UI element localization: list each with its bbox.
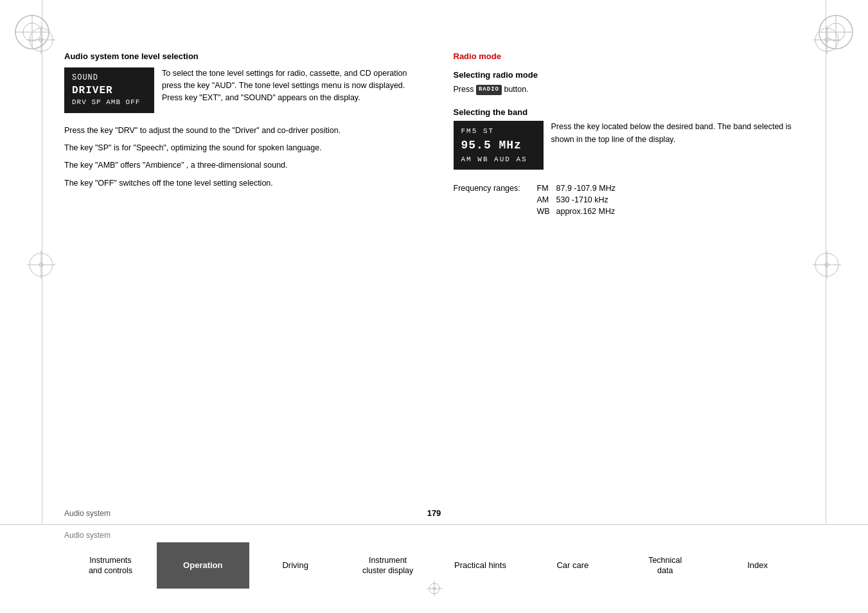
- freq-band-wb: WB: [537, 207, 556, 216]
- body-para-2: The key "SP" is for "Speech", optimizing…: [64, 142, 415, 154]
- band-display-block: FM5 ST 95.5 MHz AM WB AUD AS Press the k…: [454, 121, 804, 176]
- left-intro-block: SOUND DRIVER DRV SP AMB OFF To select th…: [64, 67, 415, 118]
- page-content: Audio system tone level selection SOUND …: [64, 39, 804, 523]
- nav-top-line: [0, 524, 868, 525]
- reg-mark-bottom-center: [427, 581, 442, 596]
- tab-index[interactable]: Index: [711, 542, 804, 589]
- corner-circle-top-right: [817, 13, 855, 51]
- freq-row-fm: FM 87.9 -107.9 MHz: [537, 184, 616, 193]
- band-description: Press the key located below the desired …: [551, 121, 804, 146]
- right-border-line: [826, 0, 826, 613]
- corner-circle-top-left: [13, 13, 51, 51]
- freq-label: Frequency ranges:: [454, 184, 537, 193]
- frequency-table: Frequency ranges: FM 87.9 -107.9 MHz AM …: [454, 184, 804, 218]
- right-section-title: Radio mode: [454, 51, 804, 61]
- body-para-3: The key "AMB" offers "Ambience" , a thre…: [64, 159, 415, 172]
- fm-display: FM5 ST 95.5 MHz AM WB AUD AS: [454, 121, 544, 176]
- freq-band-fm: FM: [537, 184, 556, 193]
- radio-badge: RADIO: [476, 85, 502, 95]
- freq-row-wb: WB approx.162 MHz: [537, 207, 616, 216]
- freq-row-am: AM 530 -1710 kHz: [537, 195, 616, 204]
- fm-line3: AM WB AUD AS: [461, 154, 536, 165]
- freq-entries: FM 87.9 -107.9 MHz AM 530 -1710 kHz WB a…: [537, 184, 616, 218]
- freq-row-header: Frequency ranges: FM 87.9 -107.9 MHz AM …: [454, 184, 804, 218]
- page-number: 179: [427, 508, 441, 518]
- freq-value-fm: 87.9 -107.9 MHz: [556, 184, 616, 193]
- freq-band-am: AM: [537, 195, 556, 204]
- press-text-before: Press: [454, 85, 476, 94]
- right-column: Radio mode Selecting radio mode Press RA…: [454, 39, 804, 523]
- section-label-bottom: Audio system: [64, 509, 111, 518]
- radio-mode-press-text: Press RADIO button.: [454, 84, 804, 96]
- selecting-band-section: Selecting the band FM5 ST 95.5 MHz AM WB…: [454, 107, 804, 218]
- display-line1: SOUND: [72, 73, 146, 84]
- tab-technical-data[interactable]: Technicaldata: [619, 542, 711, 589]
- selecting-band-title: Selecting the band: [454, 107, 804, 117]
- bottom-section-label: Audio system: [64, 531, 111, 540]
- press-text-after: button.: [502, 85, 529, 94]
- body-para-4: The key "OFF" switches off the tone leve…: [64, 177, 415, 190]
- bottom-nav: Audio system Instrumentsand controls Ope…: [0, 524, 868, 613]
- body-para-1: Press the key "DRV" to adjust the sound …: [64, 125, 415, 137]
- tab-instruments-and-controls[interactable]: Instrumentsand controls: [64, 542, 157, 589]
- selecting-radio-mode-title: Selecting radio mode: [454, 70, 804, 80]
- freq-value-wb: approx.162 MHz: [556, 207, 616, 216]
- fm-line1: FM5 ST: [461, 126, 536, 137]
- tab-operation[interactable]: Operation: [157, 542, 249, 589]
- left-border-line: [42, 0, 42, 613]
- tab-practical-hints[interactable]: Practical hints: [434, 542, 527, 589]
- display-line2: DRIVER: [72, 84, 146, 98]
- display-line3: DRV SP AMB OFF: [72, 98, 146, 107]
- sound-display: SOUND DRIVER DRV SP AMB OFF: [64, 67, 154, 118]
- intro-text: To select the tone level settings for ra…: [162, 67, 415, 103]
- reg-mark-mid-right: [813, 251, 841, 279]
- left-column: Audio system tone level selection SOUND …: [64, 39, 415, 523]
- left-section-title: Audio system tone level selection: [64, 51, 415, 61]
- reg-mark-mid-left: [27, 251, 55, 279]
- freq-value-am: 530 -1710 kHz: [556, 195, 608, 204]
- fm-line2: 95.5 MHz: [461, 137, 536, 154]
- tab-instrument-cluster[interactable]: Instrumentcluster display: [342, 542, 434, 589]
- tab-car-care[interactable]: Car care: [526, 542, 619, 589]
- tab-driving[interactable]: Driving: [249, 542, 342, 589]
